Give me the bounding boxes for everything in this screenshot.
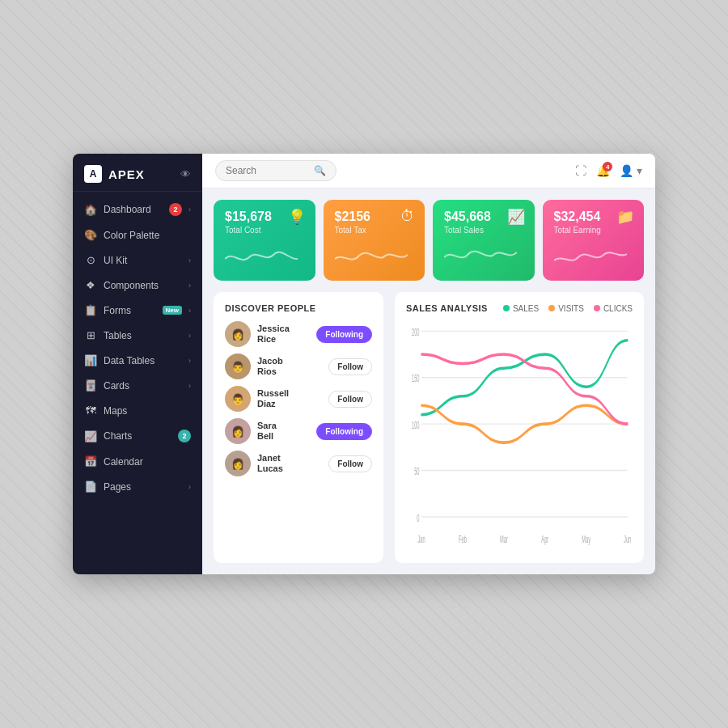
nav-icon-tables: ⊞: [84, 329, 97, 341]
nav-chevron-dashboard: ›: [188, 205, 191, 214]
nav-label-charts: Charts: [104, 430, 171, 442]
user-menu-icon[interactable]: 👤 ▾: [620, 164, 642, 177]
person-row-russell-diaz: 👨 RussellDiaz Follow: [225, 386, 372, 412]
sidebar-item-data-tables[interactable]: 📊 Data Tables ›: [73, 348, 202, 373]
avatar-russell-diaz: 👨: [225, 386, 251, 412]
nav-icon-forms: 📋: [84, 304, 97, 316]
person-name-jacob-rios: JacobRios: [257, 356, 322, 377]
nav-new-badge-forms: New: [163, 306, 182, 315]
nav-label-dashboard: Dashboard: [104, 204, 163, 215]
app-container: A APEX 👁 🏠 Dashboard 2 › 🎨 Color Palette…: [73, 154, 655, 574]
nav-chevron-tables: ›: [188, 332, 191, 340]
search-icon[interactable]: 🔍: [314, 165, 326, 176]
legend-item-clicks: CLICKS: [594, 304, 633, 313]
follow-button-jessica-rice[interactable]: Following: [316, 326, 372, 343]
person-name-sara-bell: SaraBell: [257, 421, 310, 442]
avatar-janet-lucas: 👩: [225, 451, 251, 476]
expand-icon[interactable]: ⛶: [575, 164, 586, 177]
sidebar-item-cards[interactable]: 🃏 Cards ›: [73, 373, 202, 398]
nav-chevron-components: ›: [188, 281, 191, 290]
sidebar-item-calendar[interactable]: 📅 Calendar: [73, 449, 202, 474]
legend-label-visits: VISITS: [558, 304, 584, 313]
nav-label-pages: Pages: [104, 481, 182, 493]
search-box[interactable]: 🔍: [215, 160, 336, 181]
logo-icon: A: [84, 165, 102, 183]
avatar-jessica-rice: 👩: [225, 321, 251, 347]
sidebar-logo: A APEX 👁: [73, 154, 202, 192]
nav-label-ui-kit: UI Kit: [104, 255, 182, 266]
analysis-header: SALES ANALYSIS SALES VISITS CLICKS: [406, 303, 633, 313]
sidebar-item-forms[interactable]: 📋 Forms New ›: [73, 298, 202, 323]
nav-icon-dashboard: 🏠: [84, 204, 97, 216]
header-icons: ⛶ 🔔 4 👤 ▾: [575, 164, 642, 177]
main-content: 🔍 ⛶ 🔔 4 👤 ▾ 💡 $15,678 Total Cost: [202, 154, 655, 574]
nav-icon-charts: 📈: [84, 430, 97, 442]
nav-chevron-ui-kit: ›: [188, 256, 191, 265]
stat-card-total-tax: ⏱ $2156 Total Tax: [324, 200, 425, 281]
sidebar-item-color-palette[interactable]: 🎨 Color Palette: [73, 222, 202, 248]
sidebar-item-pages[interactable]: 📄 Pages ›: [73, 474, 202, 499]
avatar-sara-bell: 👩: [225, 418, 251, 444]
follow-button-russell-diaz[interactable]: Follow: [328, 391, 372, 408]
discover-title: DISCOVER PEOPLE: [225, 303, 372, 313]
legend-dot-visits: [548, 305, 555, 311]
nav-label-components: Components: [104, 280, 182, 291]
stat-label-total-earning: Total Earning: [554, 226, 633, 235]
sidebar-item-maps[interactable]: 🗺 Maps: [73, 398, 202, 423]
nav-chevron-pages: ›: [188, 483, 191, 491]
person-row-jessica-rice: 👩 JessicaRice Following: [225, 321, 372, 347]
sidebar-item-ui-kit[interactable]: ⊙ UI Kit ›: [73, 248, 202, 273]
header: 🔍 ⛶ 🔔 4 👤 ▾: [202, 154, 655, 188]
person-row-jacob-rios: 👨 JacobRios Follow: [225, 353, 372, 379]
svg-text:Apr: Apr: [541, 533, 548, 544]
visibility-icon[interactable]: 👁: [180, 168, 191, 180]
svg-text:200: 200: [412, 326, 420, 337]
nav-label-cards: Cards: [104, 380, 182, 392]
follow-button-jacob-rios[interactable]: Follow: [328, 358, 372, 375]
follow-button-sara-bell[interactable]: Following: [316, 423, 372, 440]
sales-chart-svg: 050100150200JanFebMarAprMayJun: [406, 320, 633, 552]
legend-item-visits: VISITS: [548, 304, 584, 313]
stat-card-total-cost: 💡 $15,678 Total Cost: [214, 200, 315, 281]
stat-icon-total-sales: 📈: [507, 208, 525, 226]
stat-icon-total-cost: 💡: [288, 208, 306, 226]
people-list: 👩 JessicaRice Following 👨 JacobRios Foll…: [225, 321, 372, 476]
stat-icon-total-earning: 📁: [616, 208, 634, 226]
notification-badge: 4: [603, 162, 612, 171]
stat-label-total-sales: Total Sales: [444, 226, 523, 235]
legend-label-sales: SALES: [513, 304, 539, 313]
sidebar-item-tables[interactable]: ⊞ Tables ›: [73, 323, 202, 348]
analysis-title: SALES ANALYSIS: [406, 303, 488, 313]
nav-icon-calendar: 📅: [84, 455, 97, 468]
nav-icon-maps: 🗺: [84, 404, 97, 417]
stat-card-total-earning: 📁 $32,454 Total Earning: [543, 200, 645, 281]
sidebar-item-dashboard[interactable]: 🏠 Dashboard 2 ›: [73, 197, 202, 222]
nav-chevron-forms: ›: [188, 307, 191, 315]
notification-icon[interactable]: 🔔 4: [596, 164, 610, 177]
nav-label-tables: Tables: [104, 330, 182, 341]
follow-button-janet-lucas[interactable]: Follow: [328, 455, 372, 472]
search-input[interactable]: [226, 165, 309, 176]
person-row-janet-lucas: 👩 JanetLucas Follow: [225, 451, 372, 476]
sidebar-nav: 🏠 Dashboard 2 › 🎨 Color Palette ⊙ UI Kit…: [73, 192, 202, 574]
person-name-russell-diaz: RussellDiaz: [257, 388, 322, 409]
svg-text:Mar: Mar: [500, 533, 508, 544]
discover-people-panel: DISCOVER PEOPLE 👩 JessicaRice Following …: [214, 292, 383, 563]
nav-label-maps: Maps: [104, 405, 191, 417]
stat-cards-grid: 💡 $15,678 Total Cost ⏱ $2156 Total Tax 📈…: [214, 200, 644, 281]
nav-icon-cards: 🃏: [84, 379, 97, 392]
sidebar-item-components[interactable]: ❖ Components ›: [73, 273, 202, 298]
content-area: 💡 $15,678 Total Cost ⏱ $2156 Total Tax 📈…: [202, 188, 655, 574]
svg-text:0: 0: [417, 512, 419, 523]
stat-card-total-sales: 📈 $45,668 Total Sales: [433, 200, 535, 281]
person-row-sara-bell: 👩 SaraBell Following: [225, 418, 372, 444]
avatar-jacob-rios: 👨: [225, 353, 251, 379]
nav-label-color-palette: Color Palette: [104, 230, 191, 241]
svg-text:50: 50: [414, 466, 420, 477]
nav-chevron-cards: ›: [188, 382, 191, 390]
sidebar-item-charts[interactable]: 📈 Charts 2: [73, 423, 202, 449]
stat-wave-total-tax: [335, 243, 408, 271]
nav-badge-dashboard: 2: [169, 203, 182, 216]
stat-label-total-cost: Total Cost: [225, 226, 304, 235]
nav-badge-charts: 2: [178, 430, 191, 442]
